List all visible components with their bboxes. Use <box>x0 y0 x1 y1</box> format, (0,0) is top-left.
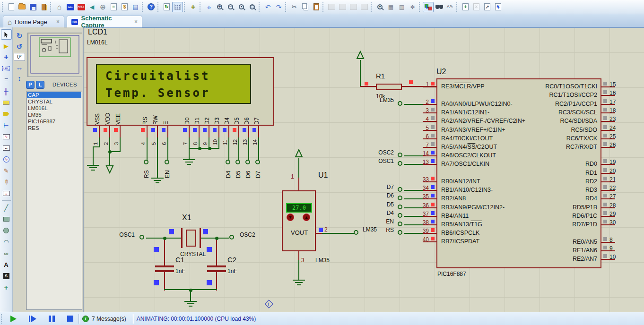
info-icon[interactable]: i <box>82 316 89 322</box>
u1-temp-down-button[interactable]: ▼ <box>287 214 294 221</box>
wire[interactable] <box>298 260 299 280</box>
play-button[interactable] <box>10 316 17 322</box>
terminal-osc2[interactable] <box>229 235 234 239</box>
pause-button[interactable] <box>49 316 55 322</box>
toggle-grid-button[interactable] <box>172 2 183 12</box>
terminal-lm35[interactable] <box>398 101 402 106</box>
wire[interactable] <box>228 137 229 160</box>
wire[interactable] <box>189 148 219 149</box>
wire[interactable] <box>298 178 299 191</box>
wire[interactable] <box>360 86 376 87</box>
terminal[interactable] <box>398 153 402 157</box>
wire[interactable] <box>298 158 299 179</box>
mirror-vertical-button[interactable]: ↕ <box>14 73 25 83</box>
zoom-area-button[interactable]: □ <box>247 2 258 12</box>
wire[interactable] <box>216 272 217 291</box>
zoom-all-button[interactable]: ▪ <box>236 2 247 12</box>
wire[interactable] <box>164 238 165 266</box>
wire[interactable] <box>322 233 354 234</box>
rotate-clockwise-button[interactable]: ↻ <box>14 31 25 41</box>
ground-symbol[interactable] <box>183 159 195 160</box>
device-item[interactable]: PIC16F887 <box>27 118 81 125</box>
wire[interactable] <box>109 126 110 137</box>
u1-temp-up-button[interactable]: ▲ <box>303 214 310 221</box>
wire[interactable] <box>167 126 168 137</box>
terminal[interactable] <box>398 230 402 235</box>
wire[interactable] <box>199 126 200 137</box>
component-mode-button[interactable]: ▶ <box>1 41 12 51</box>
terminal-label-d4[interactable]: D4 <box>366 210 394 216</box>
terminal-d5[interactable] <box>235 160 240 164</box>
home-page-button[interactable]: ⌂ <box>54 2 65 12</box>
ground-symbol[interactable] <box>293 280 305 281</box>
close-tab-icon[interactable]: × <box>134 18 138 25</box>
step-button[interactable] <box>29 316 36 322</box>
x1-crystal-body[interactable] <box>186 230 196 247</box>
property-assignment-tool-button[interactable]: A✎ <box>444 2 455 12</box>
terminal-label-osc1[interactable]: OSC1 <box>366 158 394 164</box>
gerber-viewer-button[interactable]: ◀ <box>87 2 97 12</box>
device-item[interactable]: CRYSTAL <box>27 98 81 105</box>
r1-resistor-body[interactable] <box>376 84 402 90</box>
pick-parts-button[interactable]: + <box>374 2 385 12</box>
new-sheet-button[interactable]: + <box>460 2 471 12</box>
terminal-d7[interactable] <box>255 160 260 164</box>
schematic-overview-preview[interactable] <box>27 33 82 77</box>
terminal-mode-button[interactable] <box>1 109 12 119</box>
junction-dot-mode-button[interactable]: + <box>1 52 12 62</box>
marker-2d-button[interactable]: + <box>1 282 12 292</box>
wire[interactable] <box>99 126 100 137</box>
u1-part-label[interactable]: LM35 <box>315 257 330 264</box>
device-item[interactable]: LM35 <box>27 111 81 118</box>
terminal-label-d7[interactable]: D7 <box>366 184 394 190</box>
virtual-instrument-mode-button[interactable]: ◒ <box>1 188 12 198</box>
text-script-mode-button[interactable]: ≡ <box>1 75 12 85</box>
wire[interactable] <box>238 137 239 160</box>
wire[interactable] <box>404 233 423 234</box>
wire[interactable] <box>218 126 219 137</box>
wire[interactable] <box>601 242 615 243</box>
wire[interactable] <box>157 126 158 137</box>
capacitor-plate[interactable] <box>207 265 226 267</box>
terminal-lm35-out[interactable] <box>354 230 358 235</box>
wire[interactable] <box>258 137 259 160</box>
wire[interactable] <box>404 207 423 208</box>
power-arrow[interactable] <box>105 165 114 174</box>
help-button[interactable]: ? <box>146 2 157 12</box>
terminal-d6[interactable] <box>245 160 250 164</box>
zoom-in-button[interactable]: + <box>214 2 225 12</box>
wire[interactable] <box>238 126 239 137</box>
terminal[interactable] <box>398 205 402 209</box>
c2-ref-label[interactable]: C2 <box>227 256 236 264</box>
c1-value-label[interactable]: 1nF <box>175 268 185 274</box>
close-tab-icon[interactable]: × <box>56 18 60 25</box>
terminal-d4[interactable] <box>226 160 230 164</box>
packaging-tool-button[interactable]: ▥ <box>396 2 407 12</box>
terminal-osc1[interactable] <box>139 235 144 239</box>
wire[interactable] <box>147 137 148 160</box>
simulation-analysis-button[interactable]: ▤ <box>130 2 141 12</box>
library-button[interactable]: L <box>36 81 44 89</box>
rotation-angle-field[interactable]: 0° <box>14 53 25 61</box>
ground-symbol[interactable] <box>87 165 99 166</box>
graph-mode-button[interactable]: ∿ <box>1 131 12 142</box>
terminal-label-en[interactable]: EN <box>366 218 394 225</box>
wire[interactable] <box>404 190 423 191</box>
false-origin-button[interactable]: + <box>188 2 199 12</box>
goto-sheet-button[interactable]: ↗ <box>482 2 493 12</box>
wire-autorouter-button[interactable] <box>423 2 434 12</box>
symbol-2d-button[interactable]: S <box>1 271 12 281</box>
terminal[interactable] <box>398 187 402 192</box>
voltage-probe-mode-button[interactable]: ✎ <box>1 165 12 176</box>
subcircuit-mode-button[interactable] <box>1 97 12 108</box>
ground-symbol[interactable] <box>151 178 164 179</box>
close-project-button[interactable] <box>38 2 49 12</box>
redo-button[interactable]: ↷ <box>273 2 284 12</box>
wire[interactable] <box>404 164 423 165</box>
stop-button[interactable] <box>67 316 73 322</box>
power-arrow[interactable] <box>295 149 303 158</box>
wire[interactable] <box>258 126 259 137</box>
search-and-tag-button[interactable] <box>434 2 444 12</box>
zoom-out-button[interactable]: − <box>225 2 236 12</box>
generator-mode-button[interactable]: ∿ <box>1 154 12 164</box>
